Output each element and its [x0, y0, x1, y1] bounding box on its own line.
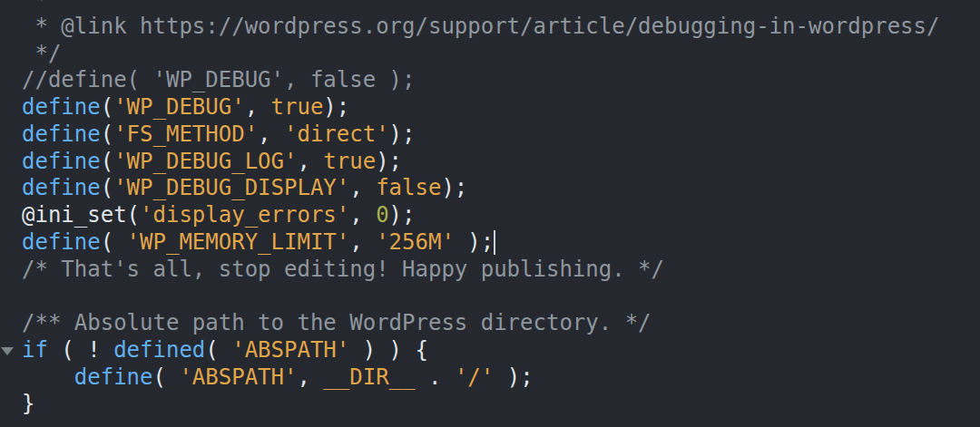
code-token-string: 'WP_DEBUG_DISPLAY'	[113, 175, 349, 200]
code-token-plain: @ini_set(	[22, 202, 140, 228]
code-token-string: 'FS_METHOD'	[113, 121, 258, 147]
code-token-plain: );	[494, 364, 533, 390]
code-lines: * * @link https://wordpress.org/support/…	[22, 0, 980, 418]
code-token-plain: (	[153, 364, 180, 390]
code-line[interactable]: * @link https://wordpress.org/support/ar…	[22, 14, 980, 41]
code-token-constant: __DIR__	[323, 364, 415, 390]
code-token-keyword: define	[22, 229, 101, 255]
code-token-plain: );	[455, 229, 494, 255]
code-token-string: 'ABSPATH'	[179, 364, 297, 390]
code-token-plain: .	[416, 364, 455, 390]
code-token-plain: );	[389, 121, 416, 147]
code-line[interactable]: *	[22, 0, 980, 14]
text-cursor	[494, 230, 495, 255]
code-token-plain: ,	[349, 202, 376, 228]
code-token-constant: true	[271, 94, 324, 120]
code-token-comment: //define( 'WP_DEBUG', false );	[22, 67, 415, 92]
code-token-plain: (	[205, 337, 231, 363]
code-token-constant: false	[376, 175, 441, 200]
code-line[interactable]: define('FS_METHOD', 'direct');	[22, 121, 980, 149]
code-token-keyword: define	[22, 149, 101, 174]
code-token-plain: ,	[297, 149, 323, 174]
code-token-plain: );	[441, 175, 467, 200]
code-token-comment: /** Absolute path to the WordPress direc…	[22, 310, 652, 335]
code-token-plain: );	[376, 149, 402, 174]
code-token-string: 'direct'	[284, 121, 389, 147]
code-token-string: '256M'	[376, 229, 455, 255]
code-line[interactable]: /* That's all, stop editing! Happy publi…	[22, 257, 980, 284]
code-token-keyword: if	[22, 337, 48, 363]
code-line[interactable]	[22, 283, 980, 310]
code-token-string: 'WP_DEBUG_LOG'	[113, 149, 297, 174]
code-line[interactable]: @ini_set('display_errors', 0);	[22, 202, 980, 229]
code-token-plain: (	[101, 149, 113, 174]
code-token-plain: ,	[258, 121, 284, 147]
code-token-string: 'ABSPATH'	[231, 337, 349, 363]
fold-arrow-icon[interactable]	[1, 347, 14, 355]
code-token-plain: );	[323, 94, 349, 120]
code-token-plain: ,	[297, 364, 323, 390]
code-token-keyword: define	[22, 121, 101, 147]
code-token-keyword: define	[22, 175, 101, 200]
code-line[interactable]: */	[22, 41, 980, 68]
code-token-plain: ,	[349, 175, 376, 200]
code-token-comment: * @link https://wordpress.org/support/ar…	[22, 14, 939, 39]
code-editor[interactable]: * * @link https://wordpress.org/support/…	[0, 0, 980, 427]
code-token-constant: true	[323, 149, 376, 174]
code-line[interactable]: define( 'WP_MEMORY_LIMIT', '256M' );	[22, 229, 980, 257]
code-token-number: 0	[376, 202, 388, 228]
code-line[interactable]: define('WP_DEBUG_LOG', true);	[22, 149, 980, 176]
code-token-string: 'display_errors'	[140, 202, 349, 228]
code-token-keyword: define	[74, 364, 153, 390]
code-token-plain: ) ) {	[349, 337, 428, 363]
code-token-plain: (	[101, 94, 113, 120]
code-line[interactable]: define('WP_DEBUG_DISPLAY', false);	[22, 175, 980, 202]
code-token-string: 'WP_DEBUG'	[113, 94, 245, 120]
code-token-comment: *	[22, 0, 48, 12]
code-line[interactable]: if ( ! defined( 'ABSPATH' ) ) {	[22, 337, 980, 364]
code-line[interactable]: define('WP_DEBUG', true);	[22, 94, 980, 121]
code-token-plain	[22, 364, 74, 390]
code-token-string: '/'	[455, 364, 494, 390]
code-token-plain: );	[389, 202, 416, 228]
code-token-plain: (	[101, 121, 113, 147]
code-token-plain: (	[101, 175, 113, 200]
code-line[interactable]: }	[22, 391, 980, 418]
code-token-string: 'WP_MEMORY_LIMIT'	[127, 229, 350, 255]
code-token-plain: }	[22, 391, 34, 416]
code-token-plain: ,	[349, 229, 376, 255]
code-token-keyword: define	[22, 94, 101, 120]
code-line[interactable]: define( 'ABSPATH', __DIR__ . '/' );	[22, 364, 980, 392]
code-token-plain: (	[101, 229, 127, 255]
code-line[interactable]: /** Absolute path to the WordPress direc…	[22, 310, 980, 337]
code-token-comment: */	[22, 41, 61, 66]
code-token-plain: ,	[245, 94, 271, 120]
code-token-plain: ( !	[48, 337, 113, 363]
code-token-keyword: defined	[113, 337, 205, 363]
code-line[interactable]: //define( 'WP_DEBUG', false );	[22, 67, 980, 94]
code-token-comment: /* That's all, stop editing! Happy publi…	[22, 257, 664, 282]
